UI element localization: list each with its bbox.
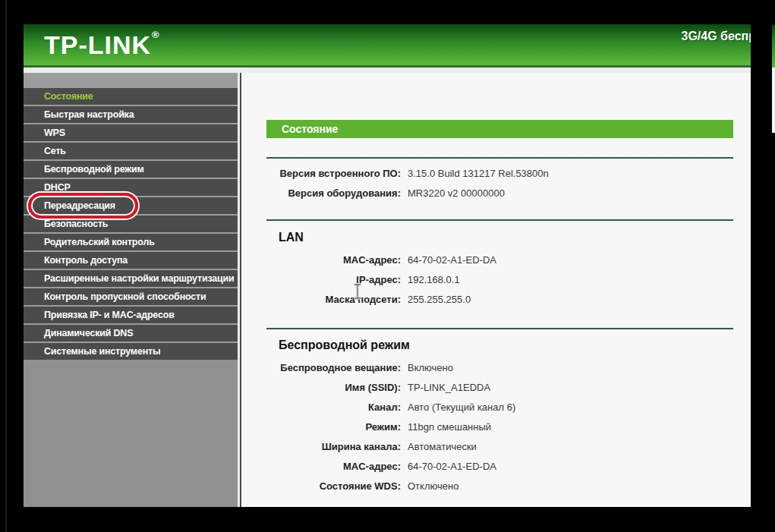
header-divider — [24, 68, 751, 73]
sidebar-item[interactable]: Состояние — [24, 88, 238, 105]
info-row: Ширина канала: Автоматически — [266, 436, 733, 456]
sidebar-item-label: Безопасность — [24, 216, 238, 232]
info-row: Версия встроенного ПО: 3.15.0 Build 1312… — [266, 163, 733, 183]
field-label: MAC-адрес: — [266, 254, 401, 266]
router-admin-window: TP-LINK® 3G/4G беспр Состояние Быстрая н… — [24, 24, 751, 507]
sidebar-top-strip — [24, 73, 238, 88]
header: TP-LINK® 3G/4G беспр — [24, 24, 751, 68]
field-label: Канал: — [266, 401, 401, 413]
field-value: 255.255.255.0 — [408, 294, 471, 305]
sidebar-menu: Состояние Быстрая настройка WPS Сеть — [24, 73, 238, 507]
body: Состояние Быстрая настройка WPS Сеть — [24, 73, 751, 507]
field-value: MR3220 v2 00000000 — [408, 187, 505, 199]
sidebar-item[interactable]: Контроль доступа — [24, 252, 238, 269]
sidebar-item[interactable]: Переадресация — [24, 197, 238, 214]
lan-section-title: LAN — [279, 230, 733, 245]
field-label: Ширина канала: — [266, 441, 401, 452]
field-value: Включено — [408, 362, 453, 373]
field-label: Режим: — [266, 421, 401, 433]
info-row: Маска подсети: 255.255.255.0 — [266, 289, 733, 309]
sidebar-item[interactable]: Контроль пропускной способности — [24, 288, 238, 305]
info-row: IP-адрес: 192.168.0.1 — [266, 269, 733, 289]
field-label: Версия оборудования: — [266, 187, 401, 199]
sidebar-list: Состояние Быстрая настройка WPS Сеть — [24, 88, 238, 360]
lan-rows: MAC-адрес: 64-70-02-A1-ED-DA IP-адрес: 1… — [266, 250, 733, 309]
content-inner: Состояние Версия встроенного ПО: 3.15.0 … — [266, 120, 733, 496]
main-content: Состояние Версия встроенного ПО: 3.15.0 … — [241, 73, 751, 507]
field-label: IP-адрес: — [266, 274, 401, 285]
section-title: Состояние — [282, 123, 338, 135]
field-label: Состояние WDS: — [266, 480, 401, 492]
sidebar-item-label: WPS — [24, 124, 238, 141]
right-edge-header-sliver — [772, 25, 775, 68]
sidebar-item[interactable]: Расширенные настройки маршрутизации — [24, 270, 238, 287]
field-value: 11bgn смешанный — [408, 421, 491, 433]
field-label: Беспроводное вещание: — [266, 362, 401, 373]
field-label: Версия встроенного ПО: — [266, 168, 401, 179]
info-row: Состояние WDS: Отключено — [266, 476, 733, 496]
sidebar-item-label: Беспроводной режим — [24, 161, 238, 178]
field-label: MAC-адрес: — [266, 461, 401, 472]
sidebar-item-label: Привязка IP- и MAC-адресов — [24, 307, 238, 323]
sidebar-item-label: DHCP — [24, 179, 238, 196]
logo-text: TP-LINK — [44, 30, 151, 59]
sidebar-item[interactable]: Динамический DNS — [24, 325, 238, 342]
sidebar-item[interactable]: Сеть — [24, 143, 238, 159]
header-product-title: 3G/4G беспр — [682, 30, 751, 43]
info-row: Беспроводное вещание: Включено — [266, 357, 733, 377]
field-value: 3.15.0 Build 131217 Rel.53800n — [408, 168, 549, 179]
tp-link-logo: TP-LINK® — [44, 30, 159, 60]
sidebar-item-label: Расширенные настройки маршрутизации — [24, 270, 238, 287]
version-info-rows: Версия встроенного ПО: 3.15.0 Build 1312… — [266, 159, 733, 203]
info-row: Версия оборудования: MR3220 v2 00000000 — [266, 183, 733, 203]
info-row: MAC-адрес: 64-70-02-A1-ED-DA — [266, 456, 733, 476]
sidebar-item-label: Быстрая настройка — [24, 106, 238, 123]
section-title-bar: Состояние — [266, 120, 733, 138]
info-row: Имя (SSID): TP-LINK_A1EDDA — [266, 377, 733, 397]
registered-trademark-icon: ® — [152, 29, 160, 40]
field-label: Маска подсети: — [266, 294, 401, 305]
info-row: Режим: 11bgn смешанный — [266, 417, 733, 436]
field-value: Авто (Текущий канал 6) — [408, 401, 515, 413]
field-value: Автоматически — [408, 441, 477, 452]
wireless-rows: Беспроводное вещание: Включено Имя (SSID… — [266, 357, 733, 496]
sidebar-item-label: Переадресация — [24, 197, 238, 214]
sidebar-item[interactable]: Беспроводной режим — [24, 161, 238, 178]
field-label: Имя (SSID): — [266, 382, 401, 393]
screenshot-canvas: TP-LINK® 3G/4G беспр Состояние Быстрая н… — [0, 0, 775, 532]
sidebar-item-label: Контроль пропускной способности — [24, 288, 238, 305]
separator-line — [266, 328, 733, 329]
sidebar-item[interactable]: WPS — [24, 124, 238, 141]
sidebar-item[interactable]: DHCP — [24, 179, 238, 196]
sidebar-item-label: Состояние — [24, 88, 238, 105]
field-value: 64-70-02-A1-ED-DA — [408, 254, 496, 266]
info-row: MAC-адрес: 64-70-02-A1-ED-DA — [266, 250, 733, 269]
sidebar-item-label: Динамический DNS — [24, 325, 238, 342]
sidebar-item[interactable]: Привязка IP- и MAC-адресов — [24, 307, 238, 323]
field-value: 192.168.0.1 — [408, 274, 460, 285]
sidebar-item-label: Системные инструменты — [24, 343, 238, 360]
wireless-section-title: Беспроводной режим — [279, 338, 733, 353]
sidebar-item-label: Сеть — [24, 143, 238, 159]
sidebar-item[interactable]: Быстрая настройка — [24, 106, 238, 123]
sidebar-item-label: Контроль доступа — [24, 252, 238, 269]
field-value: 64-70-02-A1-ED-DA — [408, 461, 496, 472]
field-value: Отключено — [408, 480, 458, 492]
right-edge-page-sliver — [772, 68, 775, 133]
sidebar-item[interactable]: Системные инструменты — [24, 343, 238, 360]
sidebar-item-label: Родительский контроль — [24, 234, 238, 250]
sidebar-item[interactable]: Родительский контроль — [24, 234, 238, 250]
field-value: TP-LINK_A1EDDA — [408, 382, 490, 393]
background-edge-line — [5, 0, 7, 532]
separator-line — [266, 219, 733, 221]
sidebar-item[interactable]: Безопасность — [24, 216, 238, 232]
info-row: Канал: Авто (Текущий канал 6) — [266, 397, 733, 417]
